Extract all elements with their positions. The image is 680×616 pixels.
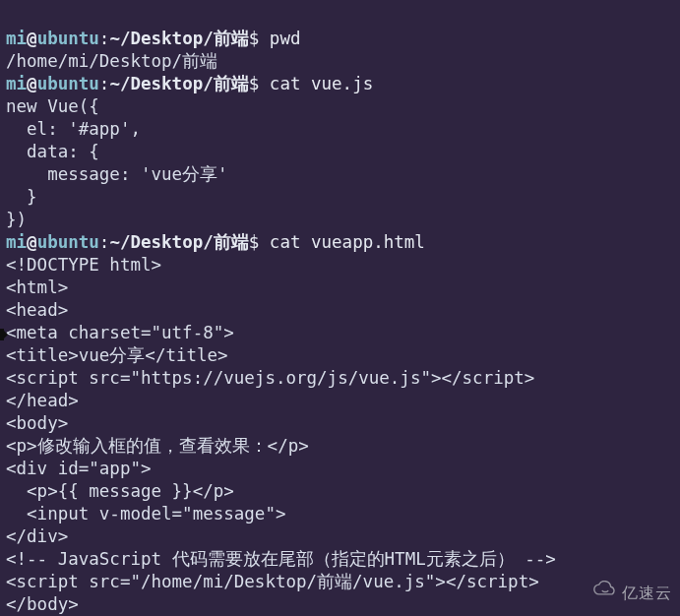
file-line: </head> xyxy=(6,391,79,410)
prompt-host: ubuntu xyxy=(37,74,99,93)
prompt-path: ~/Desktop/前端 xyxy=(109,232,248,252)
file-line: <meta charset="utf-8"> xyxy=(6,323,234,342)
prompt-user: mi xyxy=(6,29,27,48)
prompt-dollar: $ xyxy=(249,29,260,48)
file-line: <html> xyxy=(6,277,68,297)
prompt-path: ~/Desktop/前端 xyxy=(109,29,248,48)
prompt-colon: : xyxy=(99,232,110,252)
file-line: <title>vue分享</title> xyxy=(6,345,228,365)
side-tab-handle[interactable] xyxy=(0,329,4,340)
file-line: <div id="app"> xyxy=(6,459,152,478)
prompt-host: ubuntu xyxy=(37,29,99,48)
file-line: <p>修改输入框的值，查看效果：</p> xyxy=(6,436,309,456)
prompt-dollar: $ xyxy=(249,232,260,252)
file-line: </body> xyxy=(6,594,79,614)
file-line: <script src="https://vuejs.org/js/vue.js… xyxy=(6,368,534,388)
prompt-dollar: $ xyxy=(249,74,260,93)
file-line: <script src="/home/mi/Desktop/前端/vue.js"… xyxy=(6,572,539,591)
file-line: <body> xyxy=(6,413,68,433)
command-cat-vueapp: cat vueapp.html xyxy=(270,232,425,252)
file-line: data: { xyxy=(6,142,99,161)
watermark: 亿速云 xyxy=(591,581,672,604)
prompt-at: @ xyxy=(27,232,37,252)
cloud-icon xyxy=(591,581,619,604)
file-line: <!DOCTYPE html> xyxy=(6,255,161,275)
prompt-colon: : xyxy=(99,29,110,48)
prompt-host: ubuntu xyxy=(37,232,99,252)
file-line: } xyxy=(6,187,37,207)
file-line: <input v-model="message"> xyxy=(6,504,285,524)
command-pwd: pwd xyxy=(270,29,301,48)
prompt-user: mi xyxy=(6,74,27,93)
file-line: <!-- JavaScript 代码需要放在尾部（指定的HTML元素之后） --… xyxy=(6,549,556,569)
prompt-path: ~/Desktop/前端 xyxy=(109,74,248,93)
prompt-at: @ xyxy=(27,29,37,48)
file-line: <head> xyxy=(6,300,68,320)
file-line: <p>{{ message }}</p> xyxy=(6,481,234,501)
prompt-colon: : xyxy=(99,74,110,93)
output-pwd: /home/mi/Desktop/前端 xyxy=(6,51,217,71)
file-line: message: 'vue分享' xyxy=(6,164,228,184)
prompt-at: @ xyxy=(27,74,37,93)
prompt-user: mi xyxy=(6,232,27,252)
file-line: el: '#app', xyxy=(6,119,141,139)
command-cat-vuejs: cat vue.js xyxy=(270,74,373,93)
watermark-text: 亿速云 xyxy=(622,582,672,604)
file-line: </div> xyxy=(6,526,68,546)
file-line: }) xyxy=(6,210,27,229)
file-line: new Vue({ xyxy=(6,96,99,116)
terminal-output[interactable]: mi@ubuntu:~/Desktop/前端$ pwd /home/mi/Des… xyxy=(6,5,674,616)
